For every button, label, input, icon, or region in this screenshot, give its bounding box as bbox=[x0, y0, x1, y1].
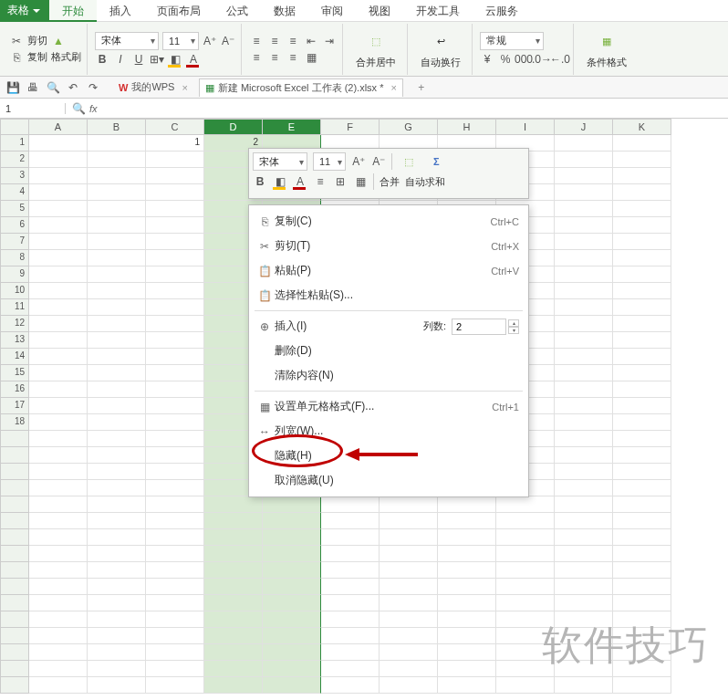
cell[interactable] bbox=[263, 595, 321, 611]
align-center-icon[interactable]: ≡ bbox=[267, 50, 282, 65]
cell[interactable] bbox=[438, 562, 496, 579]
cell[interactable] bbox=[613, 151, 671, 168]
cell[interactable] bbox=[88, 414, 146, 431]
cell[interactable] bbox=[555, 217, 613, 234]
cell[interactable] bbox=[613, 595, 671, 611]
cell[interactable] bbox=[613, 431, 671, 447]
cell[interactable] bbox=[204, 644, 263, 661]
cell[interactable] bbox=[321, 644, 380, 661]
cell[interactable] bbox=[88, 513, 146, 529]
cell[interactable] bbox=[29, 349, 88, 365]
cell[interactable] bbox=[438, 677, 496, 694]
tab-insert[interactable]: 插入 bbox=[97, 0, 144, 22]
row-header[interactable]: 15 bbox=[0, 365, 29, 381]
col-header[interactable]: H bbox=[438, 119, 496, 135]
cell[interactable] bbox=[146, 529, 204, 546]
mini-font-select[interactable]: 宋体 bbox=[253, 152, 307, 171]
cell[interactable] bbox=[263, 661, 321, 677]
row-header[interactable]: 9 bbox=[0, 266, 29, 283]
cell[interactable] bbox=[613, 414, 671, 431]
cell[interactable] bbox=[146, 513, 204, 529]
align-top-icon[interactable]: ≡ bbox=[249, 34, 264, 48]
cell[interactable] bbox=[321, 513, 380, 529]
cell[interactable] bbox=[29, 611, 88, 628]
cell[interactable] bbox=[613, 234, 671, 250]
cell[interactable] bbox=[555, 464, 613, 480]
cell[interactable] bbox=[555, 349, 613, 365]
align-bot-icon[interactable]: ≡ bbox=[286, 34, 300, 48]
cell[interactable] bbox=[613, 349, 671, 365]
cell[interactable] bbox=[88, 595, 146, 611]
cell[interactable] bbox=[380, 644, 438, 661]
cell[interactable] bbox=[88, 299, 146, 316]
cell[interactable] bbox=[263, 546, 321, 562]
cell[interactable] bbox=[204, 661, 263, 677]
cell[interactable] bbox=[29, 644, 88, 661]
align-right-icon[interactable]: ≡ bbox=[286, 50, 300, 65]
bold-button[interactable]: B bbox=[95, 52, 109, 67]
align-icon[interactable]: ≡ bbox=[313, 174, 328, 189]
doctab-file[interactable]: ▦ 新建 Microsoft Excel 工作表 (2).xlsx * × bbox=[199, 78, 403, 97]
print-preview-icon[interactable]: 🔍 bbox=[46, 80, 60, 95]
row-header[interactable] bbox=[0, 529, 29, 546]
cell[interactable] bbox=[438, 611, 496, 628]
cell[interactable] bbox=[204, 628, 263, 644]
cell[interactable] bbox=[438, 496, 496, 513]
cell[interactable] bbox=[146, 184, 204, 201]
cell[interactable] bbox=[88, 316, 146, 332]
cell[interactable] bbox=[263, 677, 321, 694]
cell[interactable] bbox=[204, 611, 263, 628]
cell[interactable] bbox=[496, 496, 555, 513]
row-header[interactable] bbox=[0, 644, 29, 661]
cell[interactable] bbox=[204, 677, 263, 694]
row-header[interactable] bbox=[0, 480, 29, 496]
cell[interactable] bbox=[29, 184, 88, 201]
cell[interactable] bbox=[613, 184, 671, 201]
cell[interactable] bbox=[613, 381, 671, 398]
cell[interactable] bbox=[29, 480, 88, 496]
cell[interactable] bbox=[321, 595, 380, 611]
cell[interactable] bbox=[555, 579, 613, 595]
indent-dec-icon[interactable]: ⇤ bbox=[304, 34, 318, 48]
align-left-icon[interactable]: ≡ bbox=[249, 50, 264, 65]
cell[interactable] bbox=[555, 398, 613, 414]
cell[interactable] bbox=[496, 562, 555, 579]
cell[interactable] bbox=[88, 217, 146, 234]
col-header[interactable]: F bbox=[321, 119, 380, 135]
cell[interactable] bbox=[263, 579, 321, 595]
cell[interactable] bbox=[613, 546, 671, 562]
cell[interactable] bbox=[88, 365, 146, 381]
row-header[interactable] bbox=[0, 595, 29, 611]
insert-count-input[interactable] bbox=[452, 319, 506, 335]
col-header[interactable]: I bbox=[496, 119, 555, 135]
cell[interactable] bbox=[321, 661, 380, 677]
cell[interactable] bbox=[438, 513, 496, 529]
cell[interactable] bbox=[555, 562, 613, 579]
cell[interactable] bbox=[29, 381, 88, 398]
cell[interactable] bbox=[555, 151, 613, 168]
row-header[interactable] bbox=[0, 464, 29, 480]
cell[interactable] bbox=[555, 283, 613, 299]
search-icon[interactable]: 🔍 bbox=[71, 101, 86, 116]
cell[interactable] bbox=[88, 611, 146, 628]
cell[interactable] bbox=[555, 513, 613, 529]
cell[interactable] bbox=[29, 299, 88, 316]
indent-inc-icon[interactable]: ⇥ bbox=[322, 34, 337, 48]
row-header[interactable]: 2 bbox=[0, 151, 29, 168]
cell[interactable] bbox=[438, 628, 496, 644]
merge-across-icon[interactable]: ▦ bbox=[304, 50, 318, 65]
ctx-cut[interactable]: ✂ 剪切(T) Ctrl+X bbox=[249, 234, 528, 258]
cell[interactable] bbox=[146, 365, 204, 381]
row-header[interactable]: 13 bbox=[0, 332, 29, 349]
cell[interactable] bbox=[146, 266, 204, 283]
cell[interactable] bbox=[438, 644, 496, 661]
dec-dec-icon[interactable]: ←.0 bbox=[553, 52, 567, 67]
ctx-clear[interactable]: 清除内容(N) bbox=[249, 363, 528, 388]
name-box[interactable]: 1 bbox=[0, 103, 66, 114]
cell[interactable] bbox=[613, 332, 671, 349]
cell[interactable] bbox=[88, 266, 146, 283]
col-header-selected[interactable]: E bbox=[263, 119, 321, 135]
cell[interactable] bbox=[555, 316, 613, 332]
cell[interactable] bbox=[88, 201, 146, 217]
number-format-select[interactable]: 常规 bbox=[480, 32, 544, 50]
